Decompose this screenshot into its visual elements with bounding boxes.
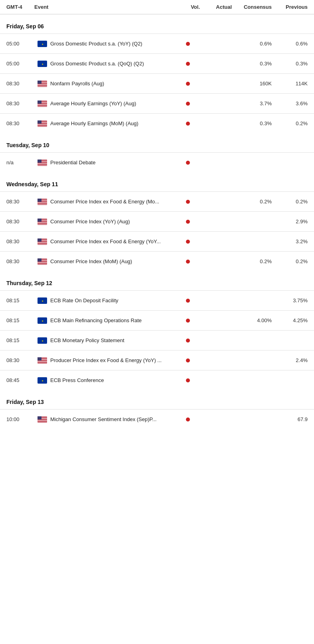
us-flag xyxy=(34,416,50,423)
red-dot xyxy=(186,102,190,106)
day-header: Thursday, Sep 12 xyxy=(0,271,314,290)
vol-indicator xyxy=(176,102,200,106)
day-header: Tuesday, Sep 10 xyxy=(0,133,314,152)
red-dot xyxy=(186,62,190,66)
previous-value: 2.9% xyxy=(272,219,308,225)
red-dot xyxy=(186,418,190,421)
red-dot xyxy=(186,378,190,382)
event-time: 08:15 xyxy=(6,317,34,323)
event-row: 08:30Consumer Price Index (YoY) (Aug)2.9… xyxy=(0,211,314,231)
red-dot xyxy=(186,240,190,244)
previous-value: 0.2% xyxy=(272,120,308,126)
previous-value: 0.6% xyxy=(272,41,308,47)
consensus-value: 0.3% xyxy=(232,120,272,126)
header-actual: Actual xyxy=(200,4,232,10)
previous-value: 3.2% xyxy=(272,238,308,244)
vol-indicator xyxy=(176,161,200,165)
event-name: Michigan Consumer Sentiment Index (Sep)P… xyxy=(50,416,176,422)
event-time: 08:45 xyxy=(6,377,34,383)
us-flag xyxy=(34,120,50,127)
vol-indicator xyxy=(176,122,200,126)
event-time: 08:30 xyxy=(6,219,34,225)
event-row: 08:15ECB Rate On Deposit Facility3.75% xyxy=(0,290,314,310)
previous-value: 3.6% xyxy=(272,100,308,106)
header-previous: Previous xyxy=(272,4,308,10)
red-dot xyxy=(186,42,190,46)
previous-value: 0.3% xyxy=(272,61,308,67)
us-flag xyxy=(34,357,50,364)
event-name: Gross Domestic Product s.a. (YoY) (Q2) xyxy=(50,41,176,47)
event-name: Gross Domestic Product s.a. (QoQ) (Q2) xyxy=(50,61,176,67)
vol-indicator xyxy=(176,260,200,264)
vol-indicator xyxy=(176,339,200,343)
header-consensus: Consensus xyxy=(232,4,272,10)
event-name: Consumer Price Index ex Food & Energy (M… xyxy=(50,199,176,205)
event-name: Consumer Price Index ex Food & Energy (Y… xyxy=(50,238,176,244)
event-name: ECB Monetary Policy Statement xyxy=(50,337,176,343)
vol-indicator xyxy=(176,378,200,382)
us-flag xyxy=(34,199,50,205)
event-time: 08:30 xyxy=(6,81,34,87)
us-flag xyxy=(34,81,50,87)
us-flag xyxy=(34,160,50,166)
vol-indicator xyxy=(176,62,200,66)
consensus-value: 3.7% xyxy=(232,100,272,106)
event-row: 10:00Michigan Consumer Sentiment Index (… xyxy=(0,409,314,429)
red-dot xyxy=(186,161,190,165)
previous-value: 4.25% xyxy=(272,317,308,323)
eu-flag xyxy=(34,317,50,324)
vol-indicator xyxy=(176,299,200,303)
event-row: 08:30Consumer Price Index ex Food & Ener… xyxy=(0,231,314,251)
vol-indicator xyxy=(176,319,200,323)
consensus-value: 0.2% xyxy=(232,258,272,264)
event-name: Consumer Price Index (MoM) (Aug) xyxy=(50,258,176,264)
eu-flag xyxy=(34,41,50,47)
calendar-body: Friday, Sep 0605:00Gross Domestic Produc… xyxy=(0,14,314,429)
event-time: 05:00 xyxy=(6,61,34,67)
previous-value: 2.4% xyxy=(272,357,308,363)
consensus-value: 160K xyxy=(232,81,272,87)
event-time: 08:15 xyxy=(6,337,34,343)
vol-indicator xyxy=(176,82,200,86)
event-time: n/a xyxy=(6,160,34,165)
previous-value: 67.9 xyxy=(272,416,308,422)
red-dot xyxy=(186,339,190,343)
event-row: 05:00Gross Domestic Product s.a. (QoQ) (… xyxy=(0,53,314,73)
header-timezone: GMT-4 xyxy=(6,4,34,10)
event-row: 05:00Gross Domestic Product s.a. (YoY) (… xyxy=(0,33,314,53)
day-header: Wednesday, Sep 11 xyxy=(0,172,314,191)
event-row: 08:15ECB Monetary Policy Statement xyxy=(0,330,314,350)
vol-indicator xyxy=(176,240,200,244)
us-flag xyxy=(34,258,50,265)
red-dot xyxy=(186,122,190,126)
red-dot xyxy=(186,319,190,323)
event-time: 08:30 xyxy=(6,357,34,363)
vol-indicator xyxy=(176,418,200,421)
us-flag xyxy=(34,219,50,225)
previous-value: 3.75% xyxy=(272,297,308,303)
event-time: 05:00 xyxy=(6,41,34,47)
event-name: Average Hourly Earnings (MoM) (Aug) xyxy=(50,120,176,126)
vol-indicator xyxy=(176,200,200,204)
event-time: 08:30 xyxy=(6,199,34,205)
event-name: Presidential Debate xyxy=(50,160,176,165)
event-row: 08:15ECB Main Refinancing Operations Rat… xyxy=(0,310,314,330)
event-row: 08:30Producer Price Index ex Food & Ener… xyxy=(0,350,314,370)
previous-value: 0.2% xyxy=(272,258,308,264)
vol-indicator xyxy=(176,42,200,46)
red-dot xyxy=(186,82,190,86)
event-time: 08:30 xyxy=(6,100,34,106)
event-row: 08:45ECB Press Conference xyxy=(0,370,314,390)
event-name: ECB Press Conference xyxy=(50,377,176,383)
us-flag xyxy=(34,100,50,107)
event-name: Consumer Price Index (YoY) (Aug) xyxy=(50,219,176,225)
previous-value: 0.2% xyxy=(272,199,308,205)
event-time: 08:30 xyxy=(6,258,34,264)
event-row: 08:30Nonfarm Payrolls (Aug)160K114K xyxy=(0,73,314,93)
event-row: 08:30Average Hourly Earnings (MoM) (Aug)… xyxy=(0,113,314,133)
day-header: Friday, Sep 06 xyxy=(0,14,314,33)
red-dot xyxy=(186,299,190,303)
event-row: n/aPresidential Debate xyxy=(0,152,314,172)
previous-value: 114K xyxy=(272,81,308,87)
red-dot xyxy=(186,200,190,204)
